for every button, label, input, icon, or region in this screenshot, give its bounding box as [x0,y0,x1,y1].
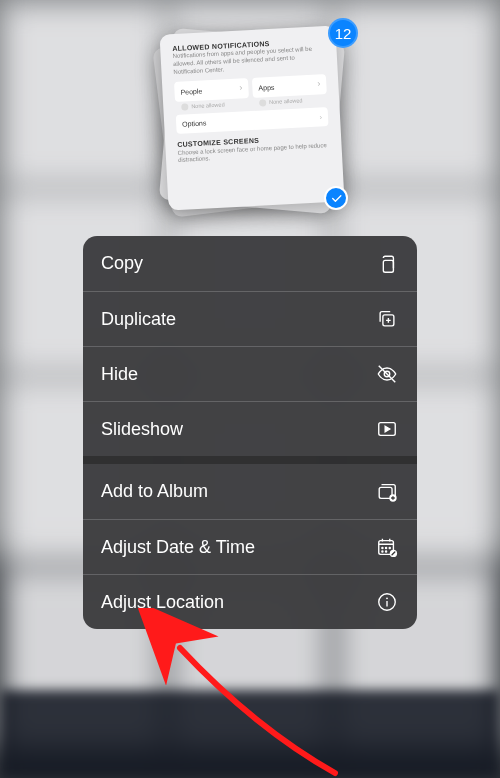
menu-divider [83,456,417,464]
selection-count: 12 [335,25,352,42]
menu-label: Add to Album [101,481,208,502]
menu-label: Copy [101,253,143,274]
checkmark-badge [324,186,348,210]
check-icon [330,192,343,205]
bottom-toolbar-blurred [0,690,500,778]
menu-item-adjust-location[interactable]: Adjust Location [83,574,417,629]
svg-point-10 [389,547,390,548]
svg-point-12 [386,551,387,552]
selection-count-badge: 12 [328,18,358,48]
slideshow-icon [375,417,399,441]
selected-photos-stack[interactable]: ALLOWED NOTIFICATIONS Notifications from… [150,20,350,220]
preview-apps-box: Apps› [252,75,327,99]
preview-people-box: People› [174,79,249,103]
menu-item-slideshow[interactable]: Slideshow [83,401,417,456]
album-plus-icon [375,480,399,504]
menu-label: Slideshow [101,419,183,440]
menu-label: Hide [101,364,138,385]
svg-point-8 [382,547,383,548]
svg-point-9 [386,547,387,548]
stack-card-front: ALLOWED NOTIFICATIONS Notifications from… [160,26,345,211]
menu-item-add-to-album[interactable]: Add to Album [83,464,417,519]
menu-label: Adjust Location [101,592,224,613]
menu-item-adjust-date-time[interactable]: Adjust Date & Time [83,519,417,574]
duplicate-icon [375,307,399,331]
menu-label: Duplicate [101,309,176,330]
svg-point-11 [382,551,383,552]
menu-item-copy[interactable]: Copy [83,236,417,291]
menu-label: Adjust Date & Time [101,537,255,558]
hide-icon [375,362,399,386]
svg-point-15 [386,597,388,599]
preview-options-row: Options› [176,107,329,134]
menu-item-hide[interactable]: Hide [83,346,417,401]
context-menu: Copy Duplicate Hide Slideshow Add to Alb… [83,236,417,629]
info-icon [375,590,399,614]
copy-icon [375,252,399,276]
calendar-edit-icon [375,535,399,559]
menu-item-duplicate[interactable]: Duplicate [83,291,417,346]
svg-rect-0 [383,260,393,272]
